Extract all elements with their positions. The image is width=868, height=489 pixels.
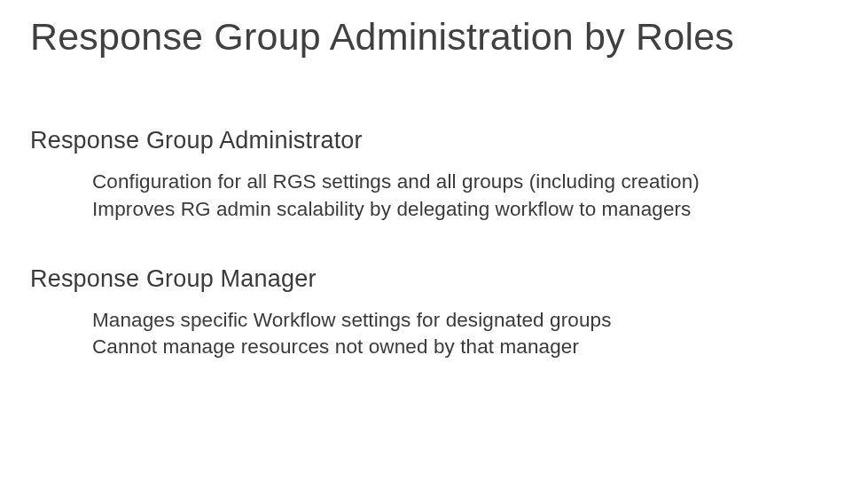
section-manager: Response Group Manager Manages specific …	[30, 265, 838, 361]
section-administrator: Response Group Administrator Configurati…	[30, 127, 838, 223]
section-line: Cannot manage resources not owned by tha…	[92, 334, 838, 360]
section-heading: Response Group Administrator	[30, 127, 838, 154]
slide-title: Response Group Administration by Roles	[30, 16, 838, 58]
section-heading: Response Group Manager	[30, 265, 838, 293]
section-line: Manages specific Workflow settings for d…	[92, 307, 838, 334]
section-line: Configuration for all RGS settings and a…	[92, 169, 838, 195]
section-body: Configuration for all RGS settings and a…	[30, 169, 838, 223]
section-body: Manages specific Workflow settings for d…	[30, 307, 838, 361]
section-line: Improves RG admin scalability by delegat…	[92, 196, 838, 223]
